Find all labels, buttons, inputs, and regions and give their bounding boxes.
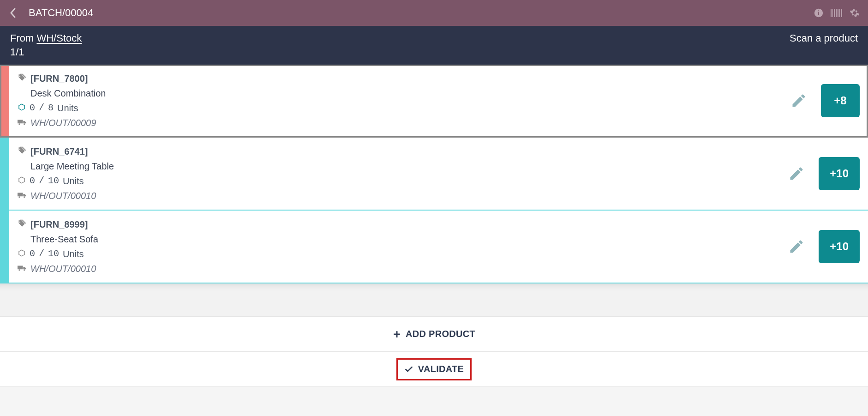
- row-content: [FURN_7800] Desk Combination 0 / 8 Units: [9, 65, 868, 137]
- check-icon: [404, 365, 413, 374]
- svg-rect-9: [841, 9, 842, 17]
- row-info: [FURN_8999] Three-Seat Sofa 0 / 10 Units: [18, 217, 788, 276]
- page-title: BATCH/00004: [29, 7, 814, 19]
- svg-rect-3: [831, 9, 832, 17]
- picking-ref: WH/OUT/00010: [30, 188, 96, 203]
- edit-button[interactable]: [788, 238, 805, 255]
- svg-rect-4: [832, 9, 833, 17]
- row-indicator: [0, 138, 9, 210]
- product-row[interactable]: [FURN_6741] Large Meeting Table 0 / 10 U…: [0, 138, 868, 211]
- qty-demand: 10: [48, 174, 59, 188]
- row-indicator: [0, 65, 9, 137]
- sku: [FURN_6741]: [30, 144, 88, 159]
- sku: [FURN_7800]: [30, 71, 88, 86]
- svg-rect-6: [836, 9, 837, 17]
- add-product-button[interactable]: ADD PRODUCT: [0, 317, 868, 352]
- svg-rect-2: [818, 11, 819, 12]
- row-actions: +10: [788, 230, 860, 263]
- validate-label: VALIDATE: [418, 364, 464, 374]
- row-content: [FURN_8999] Three-Seat Sofa 0 / 10 Units: [9, 211, 868, 283]
- svg-rect-8: [839, 9, 840, 17]
- edit-button[interactable]: [788, 165, 805, 182]
- row-info: [FURN_7800] Desk Combination 0 / 8 Units: [18, 71, 790, 130]
- chevron-left-icon: [9, 8, 17, 18]
- barcode-icon[interactable]: [830, 8, 843, 18]
- product-name: Desk Combination: [30, 86, 790, 101]
- row-info: [FURN_6741] Large Meeting Table 0 / 10 U…: [18, 144, 788, 203]
- validate-button[interactable]: VALIDATE: [0, 352, 868, 387]
- gear-icon[interactable]: [850, 8, 860, 18]
- qty-sep: /: [39, 247, 44, 261]
- product-name: Three-Seat Sofa: [30, 232, 788, 247]
- qty-sep: /: [39, 101, 44, 115]
- qty-demand: 10: [48, 247, 59, 261]
- picking-ref: WH/OUT/00009: [30, 115, 96, 130]
- picking-ref: WH/OUT/00010: [30, 261, 96, 276]
- spacer: [0, 283, 868, 317]
- plus-icon: [393, 330, 401, 338]
- back-button[interactable]: [9, 8, 23, 18]
- product-row[interactable]: [FURN_7800] Desk Combination 0 / 8 Units: [0, 65, 868, 138]
- qty-done: 0: [30, 247, 35, 261]
- location-link[interactable]: WH/Stock: [36, 32, 82, 44]
- cube-icon: [18, 247, 26, 261]
- cube-icon: [18, 174, 26, 188]
- cube-icon: [18, 101, 26, 115]
- product-rows: [FURN_7800] Desk Combination 0 / 8 Units: [0, 65, 868, 283]
- qty-sep: /: [39, 174, 44, 188]
- tags-icon: [18, 144, 27, 159]
- tags-icon: [18, 71, 27, 86]
- sku: [FURN_8999]: [30, 217, 88, 232]
- topbar: BATCH/00004: [0, 0, 868, 26]
- qty-done: 0: [30, 101, 35, 115]
- topbar-actions: [814, 8, 860, 18]
- tags-icon: [18, 217, 27, 232]
- scan-prompt: Scan a product: [790, 32, 858, 44]
- add-qty-button[interactable]: +10: [819, 230, 860, 263]
- row-actions: +10: [788, 157, 860, 190]
- row-actions: +8: [790, 84, 860, 117]
- add-qty-button[interactable]: +10: [819, 157, 860, 190]
- truck-icon: [18, 188, 27, 203]
- subheader: From WH/Stock 1/1 Scan a product: [0, 26, 868, 65]
- truck-icon: [18, 115, 27, 130]
- svg-rect-7: [838, 9, 838, 17]
- qty-demand: 8: [48, 101, 54, 115]
- product-row[interactable]: [FURN_8999] Three-Seat Sofa 0 / 10 Units: [0, 211, 868, 283]
- qty-done: 0: [30, 174, 35, 188]
- uom: Units: [63, 174, 84, 188]
- info-icon[interactable]: [814, 8, 824, 18]
- svg-rect-1: [818, 12, 819, 15]
- svg-rect-5: [834, 9, 835, 17]
- row-content: [FURN_6741] Large Meeting Table 0 / 10 U…: [9, 138, 868, 210]
- page-counter: 1/1: [10, 46, 82, 58]
- product-name: Large Meeting Table: [30, 159, 788, 174]
- edit-button[interactable]: [790, 92, 807, 109]
- from-block: From WH/Stock 1/1: [10, 32, 82, 58]
- add-qty-button[interactable]: +8: [821, 84, 860, 117]
- add-product-label: ADD PRODUCT: [406, 329, 475, 339]
- uom: Units: [63, 247, 84, 261]
- truck-icon: [18, 261, 27, 276]
- uom: Units: [57, 101, 78, 115]
- from-label: From: [10, 32, 34, 44]
- row-indicator: [0, 211, 9, 283]
